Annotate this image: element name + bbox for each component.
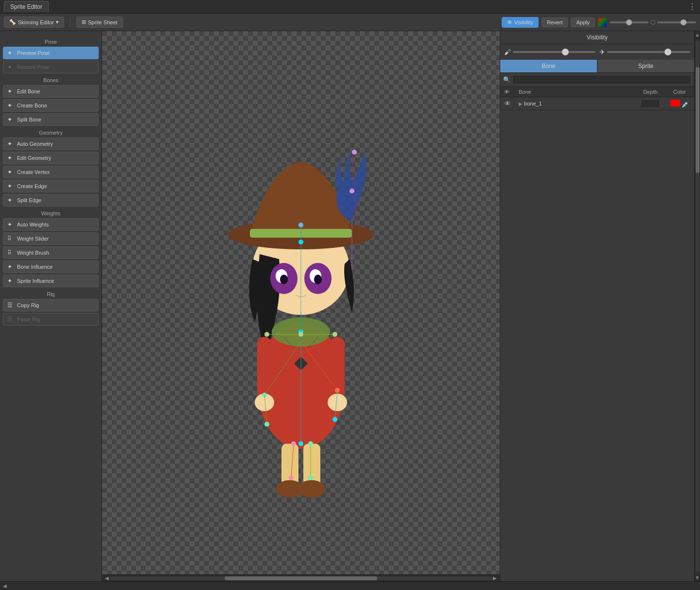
sprite-sheet-btn[interactable]: ⊞ Sprite Sheet <box>76 17 123 28</box>
svg-rect-13 <box>330 337 345 395</box>
bone-expand-arrow[interactable]: ▶ <box>519 101 523 106</box>
bone-depth-input[interactable]: 0 <box>641 99 660 108</box>
title-bar-menu-icon[interactable]: ⋮ <box>688 2 696 11</box>
table-header-row: 👁 Bone Depth Color <box>500 87 694 97</box>
apply-btn[interactable]: Apply <box>571 17 595 27</box>
toolbar-slider-1[interactable] <box>610 21 648 23</box>
svg-point-9 <box>280 275 288 284</box>
character-svg <box>172 104 430 502</box>
bone-color-cell: 💉 <box>665 97 694 110</box>
create-edge-icon: ✦ <box>7 183 14 190</box>
sprite-influence-icon: ✦ <box>7 278 14 284</box>
auto-weights-btn[interactable]: ✦ Auto Weights <box>3 218 99 231</box>
toolbar-right: 👁 Visibility Revert Apply ⬡ <box>502 17 696 28</box>
h-scrollbar-track <box>110 576 492 580</box>
sprite-influence-btn[interactable]: ✦ Sprite Influence <box>3 275 99 287</box>
slider-separator-icon: ⬡ <box>650 19 655 26</box>
svg-point-43 <box>352 150 357 155</box>
create-vertex-icon: ✦ <box>7 169 14 175</box>
weight-slider-btn[interactable]: ⠿ Weight Slider <box>3 232 99 245</box>
bone-visible-cell: 👁 <box>500 97 515 110</box>
toolbar-slider-container: ⬡ <box>610 19 696 26</box>
svg-point-24 <box>298 441 303 446</box>
auto-geometry-icon: ✦ <box>7 140 14 147</box>
sprite-vis-range[interactable] <box>607 51 691 53</box>
svg-point-32 <box>332 417 337 422</box>
split-edge-btn[interactable]: ✦ Split Edge <box>3 194 99 207</box>
auto-weights-icon: ✦ <box>7 221 14 228</box>
skinning-editor-btn[interactable]: 🦴 Skinning Editor ▾ <box>4 17 64 28</box>
toolbar: 🦴 Skinning Editor ▾ ⊞ Sprite Sheet 👁 Vis… <box>0 14 700 31</box>
bone-vis-range[interactable] <box>513 51 595 53</box>
col-color: Color <box>665 87 694 97</box>
col-depth: Depth <box>636 87 665 97</box>
pose-section-label: Pose <box>3 39 99 45</box>
h-scroll-right-arrow[interactable]: ▶ <box>492 575 498 581</box>
geometry-section-label: Geometry <box>3 130 99 136</box>
bone-influence-btn[interactable]: ✦ Bone Influence <box>3 260 99 273</box>
weights-section-label: Weights <box>3 210 99 216</box>
svg-point-38 <box>308 475 313 480</box>
create-bone-btn[interactable]: ✦ Create Bone <box>3 99 99 112</box>
visibility-sliders: 🖌 ✈ <box>500 44 694 60</box>
vscroll-up-arrow[interactable]: ▲ <box>695 31 700 38</box>
svg-point-10 <box>314 275 322 284</box>
right-vscrollbar[interactable]: ▲ ▼ <box>694 31 700 581</box>
bone-color-swatch[interactable] <box>670 100 680 106</box>
visibility-title: Visibility <box>500 31 694 44</box>
visibility-btn[interactable]: 👁 Visibility <box>502 17 539 28</box>
rig-section-label: Rig <box>3 291 99 297</box>
canvas-area: ◀ ▶ <box>102 31 500 581</box>
col-bone: Bone <box>515 87 636 97</box>
bone-eyedropper-icon[interactable]: 💉 <box>682 101 689 108</box>
svg-point-46 <box>264 332 269 337</box>
title-tab[interactable]: Sprite Editor <box>4 1 49 12</box>
create-vertex-btn[interactable]: ✦ Create Vertex <box>3 166 99 178</box>
restore-pose-icon: ✦ <box>7 64 14 70</box>
svg-point-47 <box>332 332 337 337</box>
col-eye: 👁 <box>500 87 515 97</box>
copy-rig-btn[interactable]: ☰ Copy Rig <box>3 299 99 312</box>
edit-geometry-icon: ✦ <box>7 155 14 161</box>
weight-brush-btn[interactable]: ⠿ Weight Brush <box>3 246 99 259</box>
auto-geometry-btn[interactable]: ✦ Auto Geometry <box>3 138 99 150</box>
status-bar: ◀ <box>0 581 700 590</box>
visibility-tabs: Bone Sprite <box>500 60 694 73</box>
edit-bone-btn[interactable]: ✦ Edit Bone <box>3 85 99 98</box>
table-row: 👁 ▶ bone_1 0 💉 <box>500 97 694 110</box>
tab-sprite[interactable]: Sprite <box>597 60 694 72</box>
vscroll-thumb[interactable] <box>696 67 700 174</box>
bone-name-cell: ▶ bone_1 <box>515 97 636 110</box>
split-bone-btn[interactable]: ✦ Split Bone <box>3 113 99 126</box>
visibility-panel: Visibility 🖌 ✈ Bone Sprite <box>500 31 694 581</box>
sprite-container <box>172 104 430 502</box>
toolbar-slider-2[interactable] <box>657 21 696 23</box>
restore-pose-btn[interactable]: ✦ Restore Pose <box>3 61 99 73</box>
revert-btn[interactable]: Revert <box>542 17 568 27</box>
bone-name: bone_1 <box>524 101 542 106</box>
sprite-icon: ✈ <box>599 48 605 56</box>
bone-influence-icon: ✦ <box>7 263 14 270</box>
vscroll-down-arrow[interactable]: ▼ <box>695 574 700 581</box>
h-scrollbar[interactable]: ◀ ▶ <box>102 574 500 581</box>
svg-point-40 <box>298 223 303 227</box>
canvas-viewport[interactable] <box>102 31 500 574</box>
svg-point-15 <box>328 394 347 411</box>
title-text: Sprite Editor <box>10 3 42 10</box>
preview-pose-btn[interactable]: ✦ Preview Pose <box>3 47 99 59</box>
skinning-editor-dropdown-icon: ▾ <box>56 19 59 25</box>
tab-bone[interactable]: Bone <box>500 60 597 72</box>
title-bar: Sprite Editor ⋮ <box>0 0 700 14</box>
status-left-arrow[interactable]: ◀ <box>3 583 7 589</box>
h-scroll-left-arrow[interactable]: ◀ <box>104 575 110 581</box>
svg-point-48 <box>298 332 303 337</box>
bone-eye-toggle[interactable]: 👁 <box>504 100 511 107</box>
weight-slider-icon: ⠿ <box>7 235 14 242</box>
create-edge-btn[interactable]: ✦ Create Edge <box>3 180 99 192</box>
edit-geometry-btn[interactable]: ✦ Edit Geometry <box>3 152 99 164</box>
search-input[interactable] <box>512 75 691 85</box>
paste-rig-btn[interactable]: ☰ Paste Rig <box>3 313 99 326</box>
h-scrollbar-thumb[interactable] <box>225 576 377 580</box>
vscroll-track <box>696 40 700 572</box>
color-swatch[interactable] <box>598 18 607 27</box>
